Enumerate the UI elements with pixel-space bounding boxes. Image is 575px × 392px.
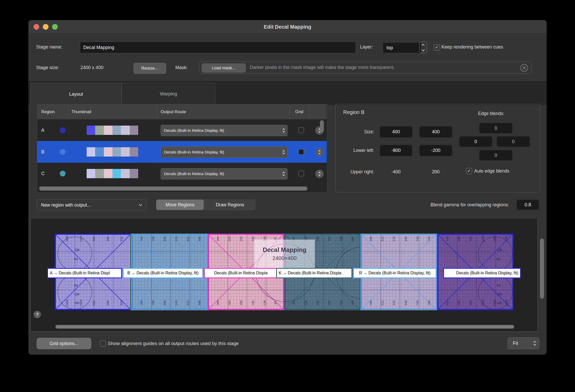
size-width-field[interactable]: 400	[380, 126, 412, 137]
table-row-region-A[interactable]: ADecals (Built-in Retina Display, fit)	[37, 119, 327, 141]
ruler-number: 896	[457, 236, 461, 241]
row-stepper-button[interactable]	[315, 170, 324, 178]
lower-left-x-field[interactable]: -800	[380, 145, 412, 156]
output-route-popup[interactable]: Decals (Built-in Retina Display, fit)	[161, 146, 288, 158]
table-row-region-B[interactable]: BDecals (Built-in Retina Display, fit)	[37, 141, 327, 163]
ruler-number: 256	[328, 300, 331, 305]
window-vertical-scrollbar[interactable]	[540, 239, 544, 299]
ruler-number: 256	[240, 236, 243, 241]
column-header-grid[interactable]: Grid	[290, 104, 309, 119]
help-button[interactable]: ?	[34, 311, 41, 318]
column-header-extra[interactable]	[309, 104, 327, 119]
stage-canvas[interactable]: 1088108810241024960960896896832832128646…	[30, 218, 538, 332]
region-thumbnail	[87, 126, 138, 135]
ruler-number: 448	[198, 300, 201, 305]
title-bar: Edit Decal Mapping	[28, 20, 547, 34]
ruler-number: 320	[228, 300, 231, 305]
ruler-number: 512	[381, 300, 384, 305]
stepper-icon	[282, 149, 285, 155]
edge-blends-label: Edge blends:	[478, 111, 504, 116]
output-route-popup[interactable]: Decals (Built-in Retina Display, fit)	[161, 168, 288, 179]
region-color-dot	[60, 171, 65, 176]
region-route-label-4[interactable]: R → Decals (Built-in Retina Display, fit…	[353, 268, 437, 278]
region-thumbnail	[87, 147, 138, 157]
output-route-popup[interactable]: Decals (Built-in Retina Display, fit)	[161, 125, 288, 136]
region-route-label-1[interactable]: B → Decals (Built-in Retina Display, fit…	[123, 268, 203, 278]
region-route-label-2[interactable]: Decals (Built-in Retina Displa	[204, 268, 278, 278]
grid-checkbox[interactable]	[298, 171, 304, 176]
size-height-field[interactable]: 400	[420, 126, 452, 137]
table-horizontal-scrollbar[interactable]	[39, 186, 307, 191]
ruler-number: 512	[186, 300, 190, 305]
side-ruler-number: 128	[497, 248, 502, 252]
table-vertical-scrollbar[interactable]	[320, 120, 324, 132]
ruler-number: 128	[263, 300, 266, 305]
fit-popup[interactable]: Fit	[507, 337, 539, 349]
tab-layout[interactable]: Layout	[30, 83, 122, 105]
ruler-number: 896	[457, 300, 461, 305]
draw-regions-segment[interactable]: Draw Regions	[205, 199, 255, 210]
edge-blend-right-field[interactable]: 0	[497, 136, 530, 147]
row-stepper-button[interactable]	[315, 148, 324, 156]
thumbnail-segment	[87, 147, 95, 157]
thumbnail-segment	[112, 169, 121, 178]
edge-blend-bottom-field[interactable]: 0	[479, 150, 512, 160]
column-header-thumbnail[interactable]: Thumbnail	[68, 104, 158, 119]
layer-stepper[interactable]	[419, 42, 427, 53]
new-region-popup[interactable]: New region with output...	[37, 199, 146, 211]
grid-checkbox[interactable]	[298, 149, 304, 155]
tab-warping[interactable]: Warping	[122, 83, 215, 105]
edit-decal-mapping-window: Edit Decal Mapping Stage name: Decal Map…	[28, 20, 547, 355]
lower-left-y-field[interactable]: -200	[420, 145, 452, 156]
ruler-number: 1024	[79, 236, 83, 242]
ruler-number: 960	[92, 236, 95, 241]
region-route-label-3[interactable]: K → Decals (Built-in Retina Displa	[276, 268, 352, 278]
alignment-guides-checkbox[interactable]	[100, 341, 106, 347]
column-header-region[interactable]: Region	[37, 104, 68, 119]
thumbnail-segment	[104, 169, 112, 178]
size-label: Size:	[335, 129, 374, 135]
clear-mask-icon[interactable]	[520, 64, 528, 72]
tab-strip: Layout Warping	[28, 80, 547, 105]
column-header-output-route[interactable]: Output Route	[158, 104, 290, 119]
ruler-number: 576	[392, 300, 396, 305]
grid-checkbox[interactable]	[298, 127, 304, 133]
canvas-horizontal-scrollbar[interactable]	[55, 325, 514, 329]
side-ruler-number: 64	[497, 257, 500, 261]
edge-blend-left-field[interactable]: 0	[459, 136, 492, 147]
keep-rendering-checkbox[interactable]	[434, 44, 440, 51]
ruler-number: 640	[163, 300, 166, 305]
side-ruler-number: 128	[497, 292, 502, 296]
upper-right-y-value: 200	[420, 169, 452, 175]
edge-blend-top-field[interactable]: 0	[479, 123, 512, 133]
load-mask-button[interactable]: Load mask...	[202, 63, 246, 72]
resize-button[interactable]: Resize...	[134, 63, 166, 74]
side-ruler-number: 64	[497, 284, 500, 287]
ruler-number: 512	[381, 236, 384, 241]
side-ruler-number: 192	[497, 301, 502, 305]
ruler-number: 704	[416, 300, 419, 305]
stepper-icon	[282, 171, 285, 177]
layer-input[interactable]: top	[383, 42, 421, 53]
overlay-title: Decal Mapping	[263, 246, 306, 254]
mask-label: Mask:	[175, 65, 188, 70]
region-route-label-5[interactable]: Decals (Built-in Retina Display, fit)	[443, 268, 521, 278]
ruler-number: 832	[446, 300, 449, 305]
thumbnail-segment	[130, 147, 138, 157]
auto-edge-blends-checkbox[interactable]	[466, 168, 472, 174]
move-regions-segment[interactable]: Move Regions	[156, 200, 204, 210]
blend-gamma-field[interactable]: 0.8	[517, 200, 539, 210]
ruler-number: 64	[274, 301, 277, 304]
table-row-region-C[interactable]: CDecals (Built-in Retina Display, fit)	[37, 163, 327, 184]
ruler-number: 832	[446, 236, 449, 241]
ruler-number: 896	[106, 300, 109, 305]
ruler-number: 1088	[65, 236, 69, 242]
ruler-number: 1088	[493, 236, 496, 242]
region-route-label-0[interactable]: A → Decals (Built-in Retina Displ	[47, 268, 122, 278]
stage-overlay-box: Decal Mapping 2400×400	[254, 240, 315, 268]
ruler-number: 384	[216, 236, 219, 241]
stage-name-input[interactable]: Decal Mapping	[80, 42, 356, 53]
grid-options-button[interactable]: Grid options...	[37, 338, 91, 349]
ruler-number: 1024	[481, 236, 484, 242]
side-ruler-number: 128	[74, 292, 79, 296]
